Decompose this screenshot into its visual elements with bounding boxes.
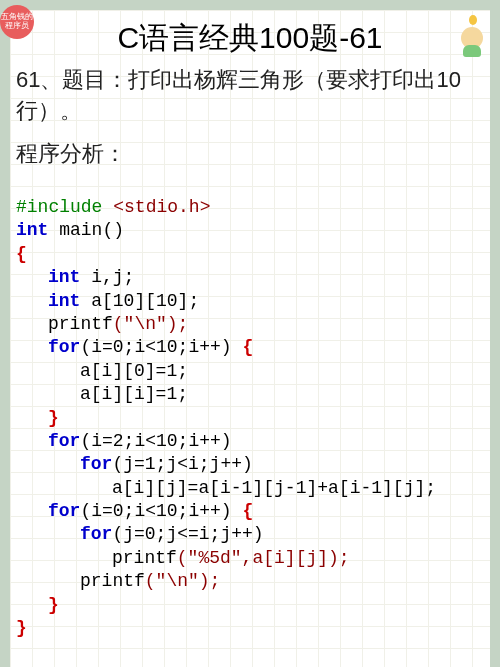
assign-a-i-i: a[i][i]=1; xyxy=(80,384,188,404)
author-badge: 五角钱的程序员 xyxy=(0,5,34,39)
code-block: #include <stdio.h> int main() { int i,j;… xyxy=(16,173,484,641)
for-kw: for xyxy=(80,454,112,474)
for-kw: for xyxy=(80,524,112,544)
lbrace: { xyxy=(242,501,253,521)
for2-cond: (i=2;i<10;i++) xyxy=(80,431,231,451)
preprocessor: #include xyxy=(16,197,102,217)
decl-arr: a[10][10]; xyxy=(80,291,199,311)
triangle-assign: a[i][j]=a[i-1][j-1]+a[i-1][j]; xyxy=(112,478,436,498)
for3-cond: (i=0;i<10;i++) xyxy=(80,501,242,521)
for-kw: for xyxy=(48,431,80,451)
int-kw: int xyxy=(48,291,80,311)
analysis-label: 程序分析： xyxy=(16,139,484,169)
assign-a-i-0: a[i][0]=1; xyxy=(80,361,188,381)
problem-statement: 61、题目：打印出杨辉三角形（要求打印出10行）。 xyxy=(16,65,484,127)
document-paper: C语言经典100题-61 61、题目：打印出杨辉三角形（要求打印出10行）。 程… xyxy=(10,10,490,667)
for1-cond: (i=0;i<10;i++) xyxy=(80,337,242,357)
rbrace: } xyxy=(48,408,59,428)
for2-inner: (j=1;j<i;j++) xyxy=(112,454,252,474)
rbrace: } xyxy=(16,618,27,638)
lbrace: { xyxy=(242,337,253,357)
printf-fmt-args: ("%5d",a[i][j]); xyxy=(177,548,350,568)
balloon-icon xyxy=(469,15,477,25)
printf-nl-args: ("\n"); xyxy=(145,571,221,591)
for3-inner: (j=0;j<=i;j++) xyxy=(112,524,263,544)
lbrace: { xyxy=(16,244,27,264)
decl-ij: i,j; xyxy=(80,267,134,287)
for-kw: for xyxy=(48,501,80,521)
int-kw: int xyxy=(16,220,48,240)
for-kw: for xyxy=(48,337,80,357)
include-lib: <stdio.h> xyxy=(102,197,210,217)
shirt-icon xyxy=(463,45,481,57)
printf-args: ("\n"); xyxy=(113,314,189,334)
badge-text: 五角钱的程序员 xyxy=(0,13,34,31)
main-fn: main() xyxy=(48,220,124,240)
int-kw: int xyxy=(48,267,80,287)
printf-fn: printf xyxy=(48,314,113,334)
printf-fn: printf xyxy=(112,548,177,568)
printf-fn: printf xyxy=(80,571,145,591)
page-title: C语言经典100题-61 xyxy=(16,18,484,59)
rbrace: } xyxy=(48,595,59,615)
character-decoration xyxy=(450,15,485,60)
